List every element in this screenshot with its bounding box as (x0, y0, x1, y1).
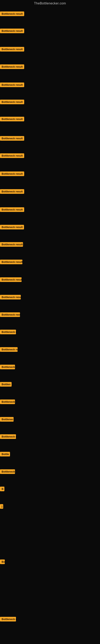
bottleneck-item[interactable]: Bottleneck result (0, 117, 24, 122)
bottleneck-badge: Bottleneck result (0, 277, 22, 282)
bottleneck-item[interactable]: Bottleneck result (0, 225, 24, 230)
bottleneck-item[interactable]: Bo (0, 560, 5, 565)
bottleneck-badge: Bottleneck result (0, 207, 24, 212)
bottleneck-item[interactable]: Bottleneck r (0, 434, 16, 440)
site-title: TheBottlenecker.com (0, 0, 100, 7)
bottleneck-badge: Bottleneck result (0, 260, 22, 264)
bottleneck-badge: Bottleneck result (0, 242, 23, 247)
bottleneck-item[interactable]: Bottleneck (0, 469, 15, 475)
bottleneck-item[interactable]: Bottle (0, 452, 10, 457)
bottleneck-item[interactable]: Bottlen (0, 382, 12, 388)
bottleneck-item[interactable]: Bottleneck result (0, 47, 24, 52)
bottleneck-item[interactable]: Bottlenec (0, 417, 14, 422)
bottleneck-badge: Bottleneck r (0, 330, 16, 334)
bottleneck-item[interactable]: Bottleneck result (0, 277, 22, 283)
bottleneck-item[interactable]: Bottleneck result (0, 189, 24, 194)
bottleneck-badge: Bottle (0, 452, 10, 456)
bottleneck-item[interactable]: Bottleneck res (0, 347, 18, 352)
bottleneck-item[interactable]: Bottleneck result (0, 242, 23, 248)
bottleneck-badge: Bottleneck result (0, 136, 24, 141)
bottleneck-item[interactable]: Bottleneck result (0, 82, 24, 88)
bottleneck-item[interactable]: Bottleneck r (0, 330, 16, 335)
bottleneck-badge: Bottleneck result (0, 28, 24, 33)
bottleneck-badge: Bottleneck result (0, 189, 24, 194)
bottleneck-badge: Bottleneck result (0, 82, 24, 87)
bottleneck-item[interactable]: Bottleneck result (0, 12, 24, 17)
bottleneck-badge: Bottleneck (0, 400, 15, 404)
bottleneck-badge: Bottleneck result (0, 64, 24, 69)
bottleneck-badge: Bottleneck result (0, 172, 24, 176)
bottleneck-badge: | (0, 504, 3, 509)
bottleneck-item[interactable]: Bottleneck result (0, 295, 21, 300)
bottleneck-badge: Bottleneck result (0, 225, 24, 230)
bottleneck-badge: Bottlenec (0, 417, 14, 422)
bottleneck-badge: Bottleneck result (0, 100, 24, 104)
bottleneck-badge: Bottlen (0, 382, 12, 386)
bottleneck-item[interactable]: Bottleneck (0, 400, 15, 405)
bottleneck-badge: Bottleneck result (0, 47, 24, 52)
bottleneck-item[interactable]: Bottleneck (0, 365, 15, 370)
bottleneck-badge: Bottleneck r (0, 617, 16, 622)
bottleneck-item[interactable]: Bottleneck result (0, 207, 24, 213)
bottleneck-item[interactable]: Bottleneck result (0, 64, 24, 70)
bottleneck-item[interactable]: Bottleneck result (0, 172, 24, 177)
bottleneck-item[interactable]: Bottleneck result (0, 100, 24, 105)
bottleneck-badge: Bottleneck result (0, 153, 24, 158)
bottleneck-item[interactable]: Bottleneck result (0, 260, 22, 265)
bottleneck-item[interactable]: Bottleneck result (0, 153, 24, 159)
bottleneck-item[interactable]: Bottleneck r (0, 617, 16, 622)
bottleneck-badge: Bottleneck (0, 365, 15, 369)
bottleneck-badge: Bottleneck result (0, 312, 20, 317)
bottleneck-badge: Bottleneck res (0, 347, 18, 352)
bottleneck-badge: Bottleneck (0, 469, 15, 474)
bottleneck-badge: Bo (0, 560, 5, 564)
bottleneck-item[interactable]: Bottleneck result (0, 28, 24, 34)
bottleneck-item[interactable]: B (0, 486, 4, 492)
bottleneck-badge: Bottleneck r (0, 434, 16, 439)
bottleneck-item[interactable]: Bottleneck result (0, 136, 24, 142)
bottleneck-item[interactable]: | (0, 504, 3, 510)
bottleneck-badge: Bottleneck result (0, 12, 24, 16)
bottleneck-badge: B (0, 486, 4, 491)
bottleneck-item[interactable]: Bottleneck result (0, 312, 20, 318)
bottleneck-badge: Bottleneck result (0, 117, 24, 121)
bottleneck-badge: Bottleneck result (0, 295, 21, 300)
